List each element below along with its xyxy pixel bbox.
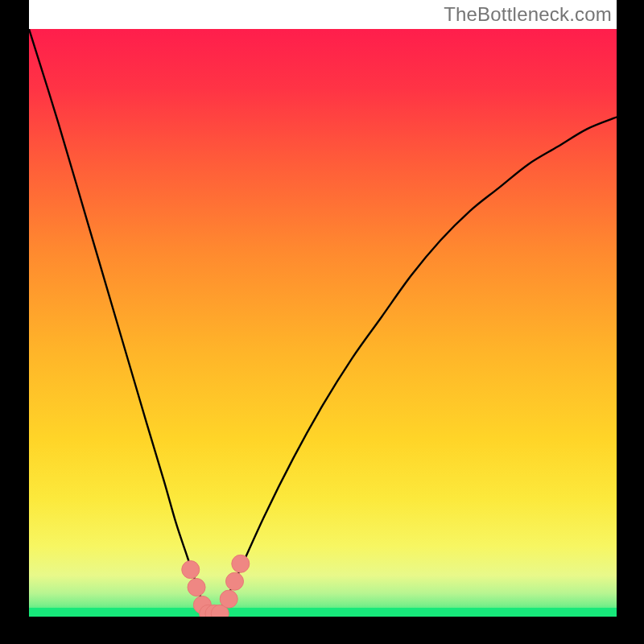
marker-dot	[232, 555, 250, 572]
marker-dot	[220, 590, 237, 608]
attribution-bar: TheBottleneck.com	[29, 0, 617, 29]
marker-dot	[188, 579, 205, 597]
outer-black-frame: TheBottleneck.com	[0, 0, 644, 644]
floor-band	[29, 608, 617, 617]
marker-dot	[182, 561, 200, 579]
chart-svg	[29, 29, 617, 617]
attribution-text: TheBottleneck.com	[444, 3, 612, 26]
marker-dot	[226, 572, 244, 590]
chart-plot-area	[29, 29, 617, 617]
